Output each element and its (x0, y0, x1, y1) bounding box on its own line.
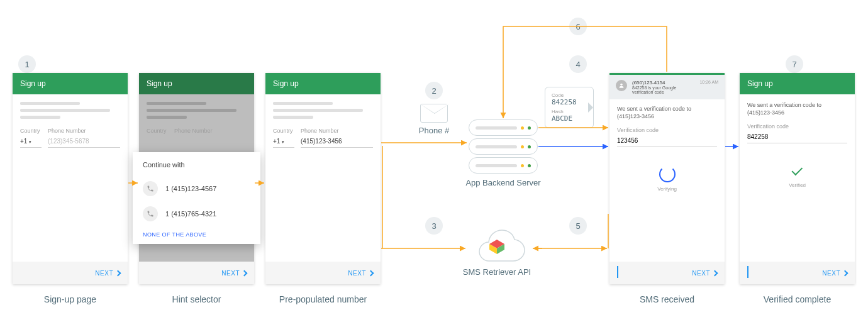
server-rack (469, 119, 538, 136)
spinner-icon (659, 166, 676, 182)
step-badge-5: 5 (569, 217, 587, 235)
retriever-label: SMS Retriever API (453, 267, 541, 277)
step-badge-1: 1 (18, 55, 36, 73)
step-badge-2: 2 (425, 82, 443, 99)
back-button[interactable] (617, 267, 618, 279)
caption-sms: SMS received (609, 294, 725, 304)
phone-input[interactable]: (415)123-3456 (301, 135, 373, 148)
next-button[interactable]: NEXT (822, 270, 847, 277)
chevron-right-icon (842, 270, 849, 276)
next-button[interactable]: NEXT (692, 270, 717, 277)
phone-hash-label: Phone # (408, 126, 460, 135)
caption-hint: Hint selector (139, 294, 254, 304)
caption-verified: Verified complete (740, 294, 855, 304)
hint-option-2[interactable]: 1 (415)765-4321 (143, 201, 250, 226)
step-badge-7: 7 (786, 55, 803, 73)
server-rack (469, 157, 538, 174)
chevron-left-icon (747, 266, 748, 278)
phone-verified: Sign up We sent a verification code to (… (740, 73, 855, 284)
sms-code-bubble: Code 842258 Hash ABCDE (545, 87, 594, 128)
next-button[interactable]: NEXT (221, 270, 247, 277)
chevron-right-icon (242, 270, 248, 276)
step-badge-6: 6 (569, 18, 587, 35)
hint-title: Continue with (143, 161, 250, 169)
app-header: Sign up (139, 73, 254, 94)
app-header: Sign up (13, 73, 128, 94)
next-button[interactable]: NEXT (348, 270, 373, 277)
phone-label: Phone Number (48, 128, 120, 134)
phone-signup: Sign up Country +1 ▾ Phone Number (123)3… (13, 73, 128, 284)
step-badge-4: 4 (569, 55, 587, 73)
cloud-icon (468, 230, 526, 265)
check-icon (789, 162, 806, 179)
code-input[interactable]: 123456 (617, 135, 717, 147)
chevron-right-icon (115, 270, 121, 276)
none-of-above-link[interactable]: NONE OF THE ABOVE (143, 231, 250, 238)
avatar-icon (616, 80, 627, 91)
envelope-icon (420, 104, 448, 123)
step-badge-3: 3 (425, 217, 443, 235)
phone-icon (143, 206, 158, 221)
caption-signup: Sign-up page (13, 294, 128, 304)
phone-icon (143, 181, 158, 196)
phone-prepop: Sign up Country +1 ▾ Phone Number (415)1… (265, 73, 381, 284)
flow-arrows (0, 0, 868, 327)
chevron-left-icon (617, 266, 618, 278)
backend-label: App Backend Server (458, 178, 548, 187)
back-button[interactable] (747, 267, 748, 279)
caption-prepop: Pre-populated number (265, 294, 381, 304)
phone-input[interactable]: (123)345-5678 (48, 135, 120, 148)
footer: NEXT (13, 262, 128, 284)
chevron-right-icon (712, 270, 718, 276)
phone-sms-received: (650)123-4154 842258 is your Google veri… (609, 73, 725, 284)
sms-notification[interactable]: (650)123-4154 842258 is your Google veri… (609, 75, 725, 99)
phone-hint: Sign up Country Phone Number Continue wi… (139, 73, 254, 284)
chevron-right-icon (368, 270, 374, 276)
country-select[interactable]: +1 ▾ (20, 135, 42, 148)
code-input[interactable]: 842258 (747, 131, 847, 143)
hint-option-1[interactable]: 1 (415)123-4567 (143, 176, 250, 201)
hint-sheet: Continue with 1 (415)123-4567 1 (415)765… (133, 152, 260, 244)
svg-point-0 (620, 84, 622, 86)
country-select[interactable]: +1 ▾ (273, 135, 294, 148)
country-label: Country (20, 128, 42, 134)
server-rack (469, 138, 538, 155)
next-button[interactable]: NEXT (95, 270, 120, 277)
